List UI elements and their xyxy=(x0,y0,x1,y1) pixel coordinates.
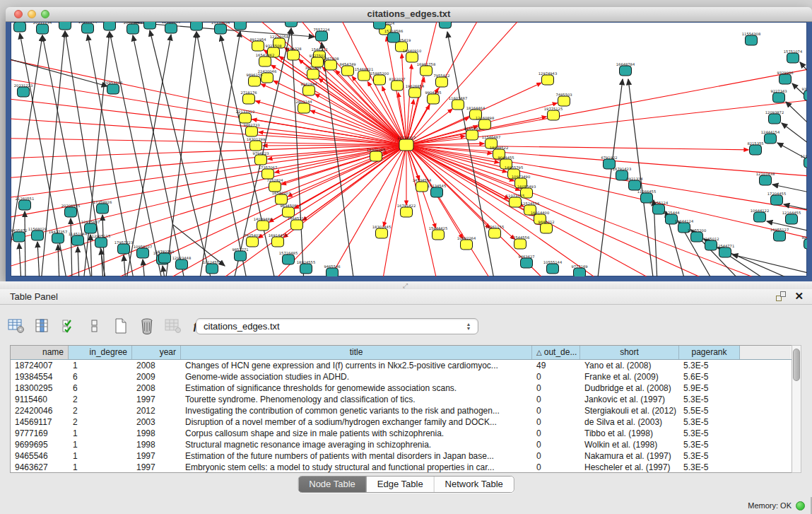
table-row[interactable]: 1938455462009Genome-wide association stu… xyxy=(11,371,801,382)
cell-title-7[interactable]: Structural magnetic resonance image aver… xyxy=(181,439,532,450)
graph-node-teal-8534314[interactable] xyxy=(440,22,452,28)
table-row[interactable]: 946362711997Embryonic stem cells: a mode… xyxy=(11,462,801,473)
graph-node-teal-18924555[interactable] xyxy=(300,264,312,274)
cell-name-2[interactable]: 18300295 xyxy=(11,382,69,394)
graph-node-yellow-16543862[interactable] xyxy=(259,57,271,66)
graph-node-teal-12905115[interactable] xyxy=(95,238,107,247)
column-header-year[interactable]: year xyxy=(132,346,181,359)
cell-short-2[interactable]: Dudbridge et al. (2008) xyxy=(580,382,679,394)
graph-node-yellow-16961758[interactable] xyxy=(420,66,433,76)
cell-in_degree-7[interactable]: 1 xyxy=(69,439,132,450)
cell-out_degree-2[interactable]: 0 xyxy=(532,382,580,394)
citation-edge-black[interactable] xyxy=(163,266,165,276)
cell-name-5[interactable]: 14569117 xyxy=(11,416,69,428)
table-row[interactable]: 1872400712008Changes of HCN gene express… xyxy=(11,360,801,371)
cell-in_degree-9[interactable]: 1 xyxy=(69,462,132,473)
tab-network-table[interactable]: Network Table xyxy=(435,477,514,492)
graph-node-teal-9329966[interactable] xyxy=(779,74,792,84)
graph-node-teal-20231223[interactable] xyxy=(18,87,30,97)
citation-edge-red[interactable] xyxy=(11,138,406,145)
table-row[interactable]: 911546021997Tourette syndrome. Phenomeno… xyxy=(11,394,801,405)
cell-short-8[interactable]: Nakamura et al. (1997) xyxy=(580,450,679,462)
network-canvas[interactable]: 1830029589129541222605893275088186328165… xyxy=(11,22,807,276)
graph-node-teal-16033803[interactable] xyxy=(286,22,298,27)
graph-node-teal-19344640[interactable] xyxy=(144,22,156,29)
graph-node-yellow-16540203[interactable] xyxy=(276,194,288,204)
graph-node-teal-21260551[interactable] xyxy=(19,200,31,210)
graph-node-yellow-9242844[interactable] xyxy=(303,86,315,95)
graph-node-teal-17957223[interactable] xyxy=(118,244,130,254)
cell-pagerank-7[interactable]: 5.3E-5 xyxy=(679,439,740,450)
cell-in_degree-6[interactable]: 1 xyxy=(69,428,132,439)
close-panel-icon[interactable]: ✕ xyxy=(794,291,804,301)
graph-node-yellow-3975685[interactable] xyxy=(307,69,319,79)
graph-node-yellow-8912954[interactable] xyxy=(252,41,264,51)
cell-name-8[interactable]: 9465546 xyxy=(11,450,69,462)
cell-short-1[interactable]: Franke et al. (2009) xyxy=(580,371,679,382)
column-header-out_degree[interactable]: △out_de... xyxy=(532,346,580,359)
cell-_filler-3[interactable] xyxy=(740,394,791,405)
column-header-in_degree[interactable]: in_degree xyxy=(69,346,132,359)
graph-node-teal-16959504[interactable] xyxy=(104,22,116,30)
cell-out_degree-6[interactable]: 0 xyxy=(532,428,580,439)
citation-edge-red[interactable] xyxy=(11,145,406,159)
citation-edge-red[interactable] xyxy=(261,84,406,145)
table-row[interactable]: 969969511998Structural magnetic resonanc… xyxy=(11,439,801,450)
cell-_filler-9[interactable] xyxy=(740,462,791,473)
zoom-window-button[interactable] xyxy=(41,10,49,18)
graph-node-yellow-9904435[interactable] xyxy=(428,94,440,104)
graph-node-teal-8215355[interactable] xyxy=(750,145,762,155)
cell-title-4[interactable]: Investigating the contribution of common… xyxy=(181,405,532,416)
graph-node-teal-12107438[interactable] xyxy=(760,175,772,185)
graph-node-yellow-2718176[interactable] xyxy=(243,94,255,104)
cell-out_degree-7[interactable]: 0 xyxy=(532,439,580,450)
cell-title-9[interactable]: Embryonic stem cells: a model to study s… xyxy=(181,462,532,473)
cell-pagerank-9[interactable]: 5.3E-5 xyxy=(679,462,740,473)
cell-in_degree-5[interactable]: 2 xyxy=(69,416,132,428)
graph-node-teal-17359926[interactable] xyxy=(97,204,109,214)
graph-node-yellow-7425402[interactable] xyxy=(247,237,259,247)
graph-node-teal-9463627[interactable] xyxy=(521,258,533,268)
citation-edge-red[interactable] xyxy=(325,145,406,276)
graph-node-yellow-18301445[interactable] xyxy=(376,228,388,238)
graph-node-yellow-9155493[interactable] xyxy=(466,130,478,140)
cell-out_degree-4[interactable]: 0 xyxy=(532,405,580,416)
table-scrollbar[interactable] xyxy=(792,345,801,473)
graph-node-yellow-18724007[interactable] xyxy=(399,139,413,151)
graph-node-yellow-12160898[interactable] xyxy=(479,119,491,129)
cell-short-9[interactable]: Hescheler et al. (1997) xyxy=(580,462,679,473)
cell-out_degree-3[interactable]: 0 xyxy=(532,394,580,405)
cell-year-4[interactable]: 2012 xyxy=(132,405,181,416)
graph-node-yellow-8186328[interactable] xyxy=(288,50,300,60)
table-row[interactable]: 946554611997Estimation of the future num… xyxy=(11,450,801,462)
citation-edge-black[interactable] xyxy=(124,255,126,276)
cell-in_degree-1[interactable]: 6 xyxy=(69,371,132,382)
cell-short-7[interactable]: Wolkin et al. (1998) xyxy=(580,439,679,450)
graph-node-teal-9227343[interactable] xyxy=(773,93,785,103)
graph-node-teal-18544035[interactable] xyxy=(59,22,71,30)
citation-edge-black[interactable] xyxy=(786,102,807,134)
cell-_filler-4[interactable] xyxy=(740,405,791,416)
graph-node-teal-20211134[interactable] xyxy=(37,24,49,34)
cell-out_degree-5[interactable]: 0 xyxy=(532,416,580,428)
graph-node-teal-15218586[interactable] xyxy=(388,33,400,42)
cell-_filler-1[interactable] xyxy=(740,371,791,382)
cell-year-2[interactable]: 2008 xyxy=(132,382,181,394)
import-table-icon[interactable] xyxy=(164,317,182,335)
graph-node-yellow-18301299[interactable] xyxy=(250,141,262,151)
graph-node-yellow-9462733[interactable] xyxy=(246,127,258,136)
citation-edge-black[interactable] xyxy=(199,31,240,276)
graph-node-yellow-8322037[interactable] xyxy=(392,81,404,90)
cell-_filler-0[interactable] xyxy=(740,360,791,371)
graph-node-yellow-9896155[interactable] xyxy=(249,76,261,86)
graph-node-teal-15716485[interactable] xyxy=(283,255,295,264)
graph-node-teal-17204455[interactable] xyxy=(771,195,783,205)
cell-year-0[interactable]: 2008 xyxy=(132,360,181,371)
table-select-dropdown[interactable]: citations_edges.txt ▲▼ xyxy=(196,318,478,334)
citation-edge-black[interactable] xyxy=(19,243,21,276)
table-row[interactable]: 1456911722003Disruption of a novel membe… xyxy=(11,416,801,428)
table-row[interactable]: 1830029562008Estimation of significance … xyxy=(11,382,801,394)
graph-node-teal-15338554[interactable] xyxy=(215,24,227,34)
tab-node-table[interactable]: Node Table xyxy=(298,477,367,492)
cell-in_degree-4[interactable]: 2 xyxy=(69,405,132,416)
